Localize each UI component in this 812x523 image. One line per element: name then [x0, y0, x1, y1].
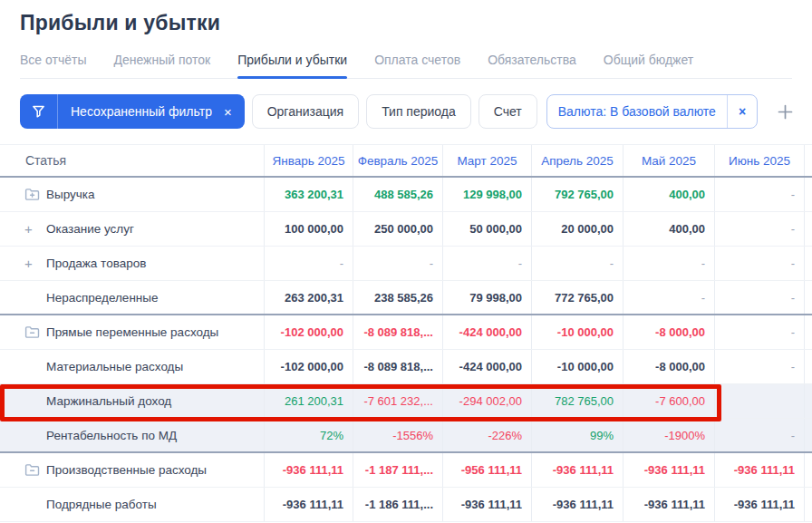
cell-contract-works-2: -936 111,11 — [443, 488, 532, 521]
cell-undistributed-4: - — [624, 281, 715, 314]
cell-marginal-income-4: -7 600,00 — [624, 384, 715, 418]
row-label-contract-works: Подрядные работы — [46, 498, 157, 511]
cell-marginal-income-5 — [715, 384, 805, 418]
row-label-marginal-income: Маржинальный доход — [46, 394, 171, 408]
cell-contract-works-5: -936 111,11 — [715, 488, 805, 521]
table-header-row: СтатьяЯнварь 2025Февраль 2025Март 2025Ап… — [0, 144, 812, 178]
filter-funnel-icon[interactable] — [20, 104, 57, 119]
cell-contract-works-1: -1 186 111,... — [353, 488, 443, 521]
cell-undistributed-2: 79 998,00 — [443, 281, 532, 314]
cell-services-5: - — [715, 212, 805, 246]
cell-contract-works-4: -936 111,11 — [624, 488, 715, 521]
column-header-month-0: Январь 2025 — [265, 145, 353, 176]
cell-revenue-4: 400,00 — [624, 178, 715, 211]
cell-goods-sale-1: - — [353, 247, 443, 280]
cell-marginal-income-1: -7 601 232,... — [353, 384, 443, 418]
cell-marginal-income-3: 782 765,00 — [532, 384, 624, 418]
row-label-cell-md-profitability[interactable]: Рентабельность по МД — [0, 419, 265, 451]
cell-undistributed-1: 238 585,26 — [353, 281, 443, 314]
row-label-cell-direct-variable-costs[interactable]: Прямые переменные расходы — [0, 315, 265, 349]
tab-all-reports[interactable]: Все отчёты — [20, 47, 86, 78]
unsaved-filter-label: Несохраненный фильтр — [58, 104, 218, 119]
plus-icon[interactable]: + — [24, 221, 46, 237]
pnl-report-window: Прибыли и убытки Все отчётыДенежный пото… — [0, 0, 812, 523]
column-sliver — [805, 488, 812, 521]
cell-production-costs-2: -956 111,11 — [443, 453, 532, 487]
row-label-cell-marginal-income[interactable]: Маржинальный доход — [0, 384, 265, 418]
unsaved-filter-button[interactable]: Несохраненный фильтр × — [20, 94, 245, 129]
row-label-cell-production-costs[interactable]: Производственные расходы — [0, 453, 265, 487]
folder-minus-icon[interactable] — [24, 463, 46, 477]
cell-direct-variable-costs-4: -8 000,00 — [624, 315, 715, 349]
table-row-goods-sale: +Продажа товаров------ — [0, 247, 812, 281]
currency-filter-close-icon[interactable]: × — [728, 104, 757, 119]
tab-bill-payments[interactable]: Оплата счетов — [374, 47, 460, 78]
add-filter-icon[interactable] — [776, 102, 795, 121]
column-header-month-2: Март 2025 — [443, 145, 532, 176]
cell-material-costs-5: - — [715, 350, 805, 383]
tab-general-budget[interactable]: Общий бюджет — [604, 47, 693, 78]
row-label-services: Оказание услуг — [46, 222, 134, 236]
column-sliver — [805, 281, 812, 314]
cell-direct-variable-costs-0: -102 000,00 — [265, 315, 353, 349]
column-sliver — [805, 315, 812, 349]
folder-plus-icon[interactable] — [24, 188, 46, 201]
tab-cash-flow[interactable]: Денежный поток — [113, 47, 210, 78]
row-label-cell-contract-works[interactable]: Подрядные работы — [0, 488, 265, 521]
row-label-cell-services[interactable]: +Оказание услуг — [0, 212, 265, 246]
cell-production-costs-4: -936 111,11 — [624, 453, 715, 487]
cell-services-2: 50 000,00 — [443, 212, 532, 246]
cell-goods-sale-0: - — [265, 247, 353, 280]
cell-material-costs-2: -424 000,00 — [443, 350, 532, 383]
row-label-cell-revenue[interactable]: Выручка — [0, 178, 265, 211]
column-sliver — [805, 145, 812, 176]
row-label-md-profitability: Рентабельность по МД — [46, 429, 177, 442]
column-sliver — [805, 212, 812, 246]
column-header-month-4: Май 2025 — [624, 145, 715, 176]
cell-production-costs-1: -1 187 111,... — [353, 453, 443, 487]
cell-direct-variable-costs-5: - — [715, 315, 805, 349]
cell-revenue-1: 488 585,26 — [353, 178, 443, 211]
plus-icon[interactable]: + — [24, 256, 46, 271]
cell-services-3: 20 000,00 — [532, 212, 624, 246]
cell-marginal-income-2: -294 002,00 — [443, 384, 532, 418]
cell-material-costs-3: -10 000,00 — [532, 350, 624, 383]
cell-md-profitability-5: - — [715, 419, 805, 451]
row-label-direct-variable-costs: Прямые переменные расходы — [46, 325, 218, 339]
cell-undistributed-0: 263 200,31 — [265, 281, 353, 314]
cell-md-profitability-1: -1556% — [353, 419, 443, 451]
filter-account-button[interactable]: Счет — [478, 94, 537, 129]
filter-organization-button[interactable]: Организация — [252, 94, 359, 129]
cell-production-costs-3: -936 111,11 — [532, 453, 624, 487]
cell-md-profitability-4: -1900% — [624, 419, 715, 451]
filter-period-type-button[interactable]: Тип периода — [366, 94, 471, 129]
table-row-revenue: Выручка363 200,31488 585,26129 998,00792… — [0, 178, 812, 212]
row-label-cell-material-costs[interactable]: Материальные расходы — [0, 350, 265, 383]
cell-production-costs-0: -936 111,11 — [265, 453, 353, 487]
row-label-cell-undistributed[interactable]: Нераспределенные — [0, 281, 265, 314]
column-header-month-1: Февраль 2025 — [353, 145, 443, 176]
table-row-md-profitability: Рентабельность по МД72%-1556%-226%99%-19… — [0, 419, 812, 453]
table-row-undistributed: Нераспределенные263 200,31238 585,2679 9… — [0, 281, 812, 315]
column-sliver — [805, 384, 812, 418]
folder-minus-icon[interactable] — [24, 325, 46, 339]
table-row-marginal-income: Маржинальный доход261 200,31-7 601 232,.… — [0, 384, 812, 419]
cell-material-costs-4: -8 000,00 — [624, 350, 715, 383]
row-label-production-costs: Производственные расходы — [46, 463, 207, 477]
page-title: Прибыли и убытки — [20, 11, 792, 35]
column-header-month-5: Июнь 2025 — [715, 145, 805, 176]
unsaved-filter-close-icon[interactable]: × — [218, 104, 245, 120]
tab-liabilities[interactable]: Обязательства — [488, 47, 576, 78]
cell-contract-works-0: -936 111,11 — [265, 488, 353, 521]
cell-direct-variable-costs-1: -8 089 818,... — [353, 315, 443, 349]
currency-filter-chip[interactable]: Валюта: В базовой валюте × — [546, 94, 758, 129]
tab-pnl[interactable]: Прибыли и убытки — [237, 47, 347, 78]
column-header-article: Статья — [0, 145, 265, 176]
cell-revenue-0: 363 200,31 — [265, 178, 353, 211]
pnl-table: СтатьяЯнварь 2025Февраль 2025Март 2025Ап… — [0, 144, 812, 522]
table-row-contract-works: Подрядные работы-936 111,11-1 186 111,..… — [0, 488, 812, 522]
row-label-cell-goods-sale[interactable]: +Продажа товаров — [0, 247, 265, 280]
cell-services-1: 250 000,00 — [353, 212, 443, 246]
cell-production-costs-5: -936 111,11 — [715, 453, 805, 487]
cell-goods-sale-5: - — [715, 247, 805, 280]
